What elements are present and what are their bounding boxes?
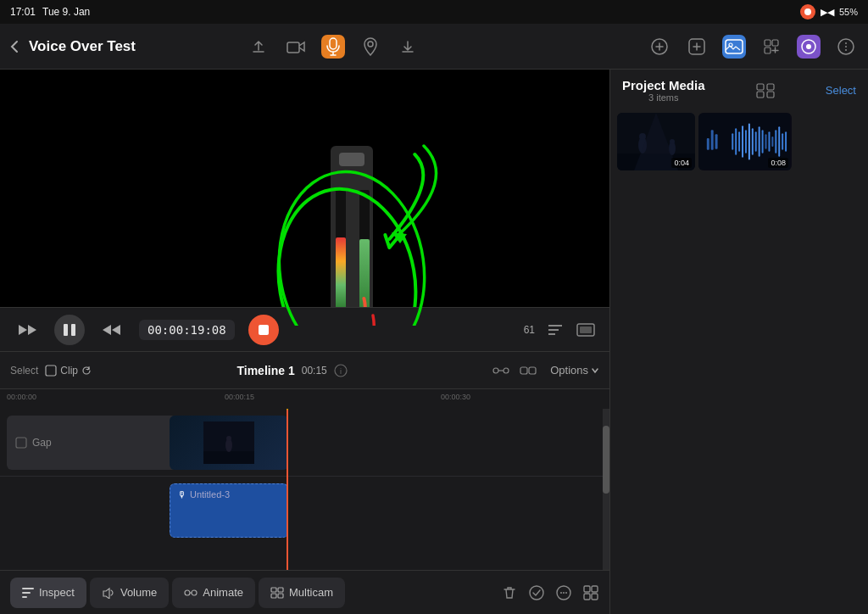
svg-rect-1	[287, 42, 299, 53]
svg-rect-43	[278, 588, 283, 592]
clip-button[interactable]: Clip	[45, 365, 92, 377]
svg-rect-75	[752, 128, 754, 154]
info-icon[interactable]: i	[334, 364, 348, 377]
media-grid: 0:04	[610, 106, 868, 177]
video-clip-thumb	[170, 416, 288, 470]
timeline-scrollbar[interactable]	[603, 409, 609, 570]
inspect-label: Inspect	[39, 586, 75, 599]
video-clip[interactable]	[170, 416, 288, 470]
svg-rect-68	[715, 134, 718, 149]
playhead	[287, 409, 288, 570]
battery-display: 55%	[839, 7, 858, 17]
svg-rect-24	[580, 327, 592, 333]
svg-rect-32	[16, 438, 26, 448]
timecode-display[interactable]: 00:00:19:08	[139, 320, 235, 340]
svg-rect-83	[778, 126, 780, 156]
check-circle-icon[interactable]	[528, 584, 545, 601]
svg-rect-22	[548, 333, 555, 335]
svg-rect-79	[765, 134, 767, 149]
effects-icon[interactable]	[797, 35, 821, 59]
grid-toggle-icon[interactable]	[756, 83, 775, 98]
location-icon[interactable]	[359, 35, 382, 59]
record-button[interactable]	[248, 315, 279, 345]
inspect-button[interactable]: Inspect	[10, 578, 86, 608]
svg-rect-51	[584, 586, 590, 592]
options-button[interactable]: Options	[550, 364, 599, 377]
vu-knob[interactable]	[339, 153, 364, 166]
timeline-name: Timeline 1	[236, 364, 294, 377]
star-icon[interactable]	[760, 35, 783, 59]
time-display: 17:01	[10, 6, 36, 18]
svg-rect-8	[765, 40, 771, 46]
media-select-button[interactable]: Select	[826, 84, 856, 97]
svg-rect-58	[767, 92, 774, 98]
add-circle-icon[interactable]	[648, 35, 671, 59]
svg-point-64	[670, 139, 675, 144]
svg-point-3	[368, 42, 373, 47]
svg-rect-30	[520, 367, 527, 374]
photo-icon[interactable]	[722, 35, 746, 59]
svg-rect-73	[745, 130, 747, 153]
video-track-row: Gap	[0, 409, 609, 477]
upload-icon[interactable]	[247, 35, 270, 59]
svg-point-12	[806, 44, 811, 49]
fast-forward-button[interactable]	[98, 316, 125, 343]
back-button[interactable]	[10, 40, 19, 53]
gap-clip[interactable]: Gap	[7, 416, 176, 470]
vu-meter: 0-6-12-30-60	[331, 146, 373, 307]
play-pause-button[interactable]	[54, 315, 85, 345]
bottom-toolbar: Inspect Volume Animate Multicam	[0, 570, 609, 614]
audio-clip-label: Untitled-3	[190, 489, 230, 500]
timeline-duration: 00:15	[302, 365, 327, 377]
add-square-icon[interactable]	[685, 35, 709, 59]
more-circle-icon[interactable]	[555, 584, 572, 601]
trash-icon[interactable]	[501, 584, 518, 601]
media-thumb-1[interactable]: 0:04	[617, 113, 695, 170]
svg-point-48	[560, 592, 562, 594]
download-icon[interactable]	[396, 35, 420, 59]
media-thumb-2[interactable]: 0:08	[698, 113, 792, 170]
bottom-right-icons	[501, 584, 599, 601]
playback-controls: 00:00:19:08 61	[0, 307, 609, 351]
svg-rect-54	[592, 594, 598, 600]
svg-rect-66	[707, 138, 709, 150]
scrollbar-thumb	[603, 426, 609, 494]
left-panel: 0-6-12-30-60	[0, 70, 609, 614]
video-frame	[0, 70, 609, 307]
timeline-ruler: 00:00:00 00:00:15 00:00:30 00:00:45	[0, 388, 609, 409]
svg-rect-25	[46, 366, 56, 376]
connect-icon[interactable]	[520, 364, 537, 377]
more-icon[interactable]	[834, 35, 858, 59]
mic-icon[interactable]	[321, 35, 345, 59]
vu-bar-right	[359, 190, 370, 307]
svg-point-29	[504, 368, 509, 373]
svg-rect-9	[772, 40, 778, 46]
record-indicator	[800, 4, 815, 20]
svg-rect-55	[757, 84, 764, 90]
svg-rect-74	[748, 123, 750, 159]
animate-button[interactable]: Animate	[172, 578, 255, 608]
fullscreen-icon[interactable]	[576, 322, 596, 338]
project-media-title: Project Media	[622, 78, 705, 92]
gap-icon	[15, 437, 27, 449]
right-panel: Project Media 3 items Select	[609, 70, 868, 614]
layout-icon[interactable]	[582, 584, 599, 601]
audio-clip[interactable]: 🎙 Untitled-3	[170, 483, 288, 538]
svg-point-62	[639, 133, 646, 140]
svg-rect-37	[22, 588, 34, 589]
project-title: Voice Over Test	[29, 38, 236, 55]
vu-bar-left	[336, 190, 346, 307]
multicam-button[interactable]: Multicam	[259, 578, 345, 608]
chevron-down-icon	[591, 366, 599, 375]
camera-icon[interactable]	[284, 35, 308, 59]
top-toolbar: Voice Over Test	[0, 24, 868, 70]
svg-rect-45	[278, 594, 283, 598]
zoom-level: 61	[524, 324, 535, 336]
svg-rect-81	[771, 137, 773, 147]
volume-button[interactable]: Volume	[90, 578, 169, 608]
split-icon[interactable]	[492, 364, 509, 377]
refresh-icon	[81, 366, 92, 376]
svg-point-49	[563, 592, 565, 594]
rewind-button[interactable]	[14, 316, 41, 343]
svg-rect-76	[755, 131, 757, 152]
